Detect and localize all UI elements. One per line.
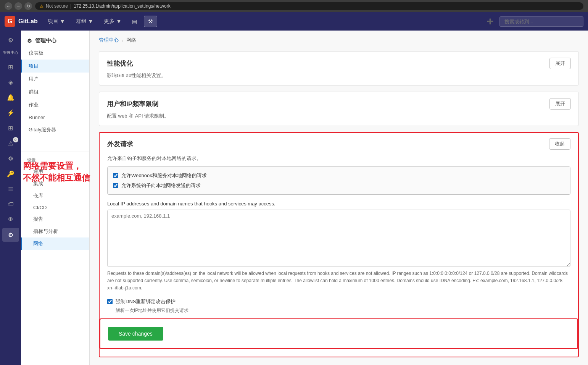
top-nav: G GitLab 项目 ▼ 群组 ▼ 更多 ▼ ▤ ⚒ ➕ xyxy=(0,12,588,31)
security-warning-icon: ⚠ xyxy=(40,4,43,9)
back-button[interactable]: ← xyxy=(5,2,12,10)
refresh-button[interactable]: ↻ xyxy=(24,2,32,10)
admin-header: ⚙ 管理中心 xyxy=(21,34,89,47)
settings-network[interactable]: 网络 xyxy=(21,237,89,250)
browser-bar: ← → ↻ ⚠ Not secure | 172.25.13.1/admin/a… xyxy=(0,0,588,12)
nav-settings-icon[interactable]: ⚒ xyxy=(144,16,157,27)
rate-limit-expand-btn[interactable]: 展开 xyxy=(549,98,571,110)
breadcrumb: 管理中心 › 网络 xyxy=(99,37,579,44)
rate-limit-header: 用户和IP频率限制 展开 xyxy=(99,92,578,116)
sidebar-item-labels[interactable]: 🏷 xyxy=(2,197,19,211)
ip-allowlist-help: Requests to these domain(s)/address(es) … xyxy=(100,270,578,297)
nav-stats-icon[interactable]: ▤ xyxy=(128,16,141,27)
brand-logo: G xyxy=(5,16,15,27)
sec-projects[interactable]: 项目 xyxy=(21,60,89,73)
ip-allowlist-textarea[interactable] xyxy=(107,210,570,267)
appearance-icon: 👁 xyxy=(8,216,14,223)
system-hook-checkbox-row: 允许系统钩子向本地网络发送的请求 xyxy=(113,181,565,191)
nav-projects-chevron: ▼ xyxy=(60,18,65,24)
labels-icon: 🏷 xyxy=(8,201,14,208)
search-input[interactable] xyxy=(499,16,583,27)
breadcrumb-home[interactable]: 管理中心 xyxy=(99,37,119,44)
sidebar-item-monitoring[interactable]: ◈ xyxy=(2,75,19,89)
brand: G GitLab xyxy=(5,16,38,27)
outbound-title: 外发请求 xyxy=(107,140,133,149)
sec-jobs[interactable]: 作业 xyxy=(21,99,89,111)
nav-projects-label: 项目 xyxy=(48,18,58,25)
nav-groups-label: 群组 xyxy=(76,18,87,25)
annotation-text: 网络需要设置， 不然不能相互通信 xyxy=(23,160,90,184)
sec-groups[interactable]: 群组 xyxy=(21,86,89,99)
sidebar-item-service-templates[interactable]: ☰ xyxy=(2,182,19,196)
system-hook-checkbox-label: 允许系统钩子向本地网络发送的请求 xyxy=(121,182,201,189)
local-ip-label: Local IP addresses and domain names that… xyxy=(100,201,578,210)
performance-desc: 影响GitLab性能相关设置。 xyxy=(99,72,578,85)
sidebar-item-abuse[interactable]: ⚠ 0 xyxy=(2,136,19,150)
admin-icon: ⚙ xyxy=(8,35,13,48)
outbound-collapse-btn[interactable]: 收起 xyxy=(549,138,570,150)
browser-nav-buttons: ← → ↻ xyxy=(5,2,32,10)
outbound-desc: 允许来自钩子和服务的对本地网络的请求。 xyxy=(100,155,578,166)
system-hook-checkbox[interactable] xyxy=(113,183,118,188)
sidebar-item-hooks[interactable]: ⚡ xyxy=(2,106,19,120)
settings-cicd[interactable]: CI/CD xyxy=(21,202,89,213)
sidebar-secondary: ⚙ 管理中心 仪表板 项目 用户 群组 作业 Runner Gitaly服务器 … xyxy=(21,31,90,365)
performance-header: 性能优化 展开 xyxy=(99,52,578,75)
outbound-header: 外发请求 收起 xyxy=(100,133,578,155)
dns-checkbox-row: 强制DNS重新绑定攻击保护 xyxy=(100,297,578,307)
address-text: Not secure xyxy=(46,3,68,9)
admin-label: 管理中心 xyxy=(3,50,18,55)
sec-dashboard[interactable]: 仪表板 xyxy=(21,47,89,60)
nav-more[interactable]: 更多 ▼ xyxy=(100,16,125,27)
nav-groups-chevron: ▼ xyxy=(88,18,93,24)
address-bar[interactable]: ⚠ Not secure | 172.25.13.1/admin/applica… xyxy=(35,2,583,10)
sec-runner[interactable]: Runner xyxy=(21,111,89,123)
url-text: 172.25.13.1/admin/application_settings/n… xyxy=(74,3,171,9)
webhook-checkbox[interactable] xyxy=(113,173,118,178)
webhook-checkbox-row: 允许Webhook和服务对本地网络的请求 xyxy=(113,171,565,181)
rate-limit-section: 用户和IP频率限制 展开 配置 web 和 API 请求限制。 xyxy=(99,92,579,126)
nav-groups[interactable]: 群组 ▼ xyxy=(72,16,97,27)
sidebar-item-settings[interactable]: ⚙ xyxy=(2,228,19,242)
outbound-section: 外发请求 收起 允许来自钩子和服务的对本地网络的请求。 允许Webhook和服务… xyxy=(99,132,579,357)
nav-projects[interactable]: 项目 ▼ xyxy=(44,16,69,27)
settings-reports[interactable]: 报告 xyxy=(21,213,89,225)
sidebar-item-kubernetes[interactable]: ☸ xyxy=(2,152,19,165)
sidebar-primary: ⚙ 管理中心 ⊞ ◈ 🔔 ⚡ ⊞ ⚠ 0 ☸ 🔑 ☰ 🏷 xyxy=(0,31,21,365)
settings-metrics[interactable]: 指标与分析 xyxy=(21,225,89,237)
nav-more-label: 更多 xyxy=(104,18,114,25)
performance-expand-btn[interactable]: 展开 xyxy=(549,58,571,69)
sidebar-item-appearance[interactable]: 👁 xyxy=(2,213,19,226)
settings-icon: ⚙ xyxy=(8,231,13,239)
sec-gitaly[interactable]: Gitaly服务器 xyxy=(21,123,89,136)
kubernetes-icon: ☸ xyxy=(8,155,13,162)
save-changes-button[interactable]: Save changes xyxy=(108,327,163,341)
sidebar-item-overview[interactable]: ⊞ xyxy=(2,60,19,74)
overview-icon: ⊞ xyxy=(8,63,13,71)
settings-repository[interactable]: 仓库 xyxy=(21,190,89,202)
rate-limit-title: 用户和IP频率限制 xyxy=(107,100,158,108)
breadcrumb-sep: › xyxy=(122,37,123,43)
abuse-icon: ⚠ xyxy=(8,140,13,147)
service-templates-icon: ☰ xyxy=(8,186,13,193)
annotation-line1: 网络需要设置， xyxy=(23,160,90,172)
sidebar-item-messages[interactable]: 🔔 xyxy=(2,90,19,104)
rate-limit-desc: 配置 web 和 API 请求限制。 xyxy=(99,113,578,126)
messages-icon: 🔔 xyxy=(7,94,14,101)
webhook-checkbox-label: 允许Webhook和服务对本地网络的请求 xyxy=(121,172,207,179)
brand-name: GitLab xyxy=(18,18,38,25)
performance-section: 性能优化 展开 影响GitLab性能相关设置。 xyxy=(99,51,579,86)
breadcrumb-current: 网络 xyxy=(126,37,136,44)
abuse-badge: 0 xyxy=(13,137,18,142)
sidebar-item-deploy-keys[interactable]: 🔑 xyxy=(2,167,19,181)
dns-checkbox[interactable] xyxy=(107,299,113,304)
forward-button[interactable]: → xyxy=(14,2,22,10)
dns-checkbox-label: 强制DNS重新绑定攻击保护 xyxy=(116,298,176,305)
nav-more-chevron: ▼ xyxy=(116,18,121,24)
monitoring-icon: ◈ xyxy=(8,79,13,86)
plus-icon[interactable]: ➕ xyxy=(484,16,496,27)
sidebar-item-applications[interactable]: ⊞ xyxy=(2,121,19,135)
sec-users[interactable]: 用户 xyxy=(21,73,89,86)
admin-header-label: 管理中心 xyxy=(35,37,56,44)
save-area: Save changes xyxy=(100,318,578,349)
